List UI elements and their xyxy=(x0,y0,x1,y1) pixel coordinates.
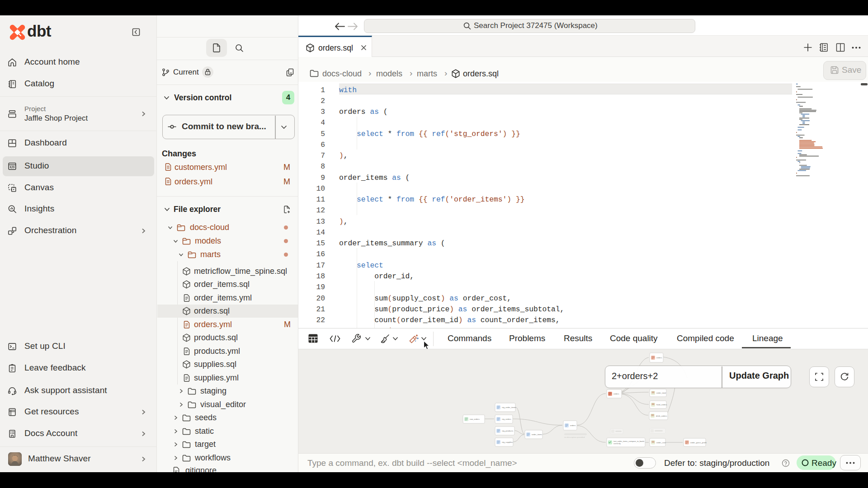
svg-text:stg_order_items: stg_order_items xyxy=(502,406,516,408)
svg-text:orders: orders xyxy=(656,357,662,359)
svg-text:correctly: correctly xyxy=(613,442,621,445)
svg-text:stg_supplies: stg_supplies xyxy=(502,441,513,443)
svg-text:raw_orders: raw_orders xyxy=(470,418,480,420)
svg-text:food_orders: food_orders xyxy=(656,404,667,406)
svg-text:stg_orders: stg_orders xyxy=(502,418,512,420)
svg-text:order_cost: order_cost xyxy=(656,441,666,444)
svg-text:orders: orders xyxy=(570,424,576,427)
svg-text:order_total: order_total xyxy=(656,392,666,394)
svg-text:order_items: order_items xyxy=(532,433,542,436)
svg-text:drink_orders: drink_orders xyxy=(656,415,667,417)
svg-text:order_gross_profit: order_gross_profit xyxy=(690,441,707,444)
svg-text:no description provided: no description provided xyxy=(564,436,585,438)
svg-text:stg_products: stg_products xyxy=(502,430,514,432)
svg-text:orders: orders xyxy=(613,393,619,395)
